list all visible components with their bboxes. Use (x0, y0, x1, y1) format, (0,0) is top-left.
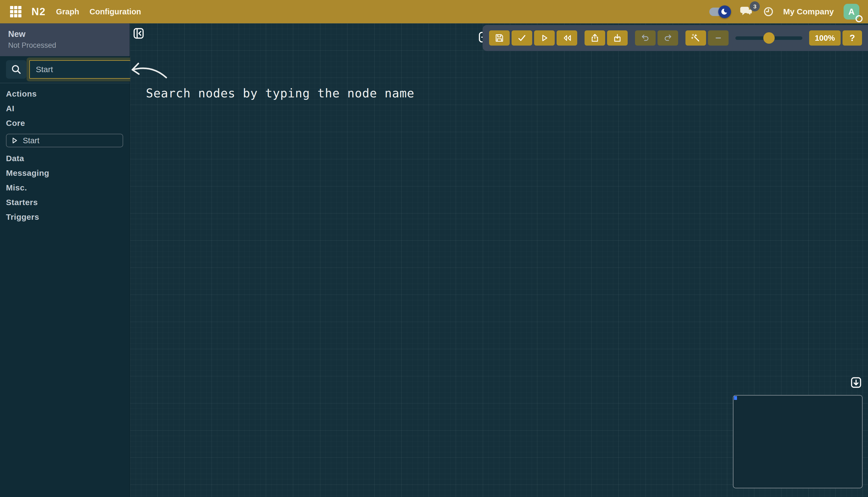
search-icon (11, 64, 22, 75)
collapse-sidebar-button[interactable] (133, 28, 144, 39)
help-button[interactable]: ? (842, 30, 862, 46)
run-button[interactable] (534, 30, 555, 46)
grid-icon (10, 5, 22, 18)
upload-icon (590, 33, 599, 43)
category-core[interactable]: Core (6, 119, 123, 127)
theme-toggle[interactable] (709, 8, 730, 16)
canvas-toolbar: 100% ? (482, 25, 868, 51)
play-icon (11, 137, 18, 144)
top-bar: N2 Graph Configuration 3 My Company A (0, 0, 868, 23)
rewind-icon (562, 33, 572, 43)
minus-icon (714, 33, 723, 43)
node-search-row (0, 56, 130, 83)
check-icon (517, 33, 526, 43)
fit-view-button[interactable] (851, 377, 861, 388)
status-ring-icon (855, 15, 863, 22)
category-triggers[interactable]: Triggers (6, 213, 123, 221)
redo-icon (663, 33, 672, 43)
category-data[interactable]: Data (6, 154, 123, 162)
category-starters[interactable]: Starters (6, 198, 123, 207)
node-palette-sidebar: New Not Processed Actions AI Core Start (0, 23, 130, 497)
validate-button[interactable] (511, 30, 532, 46)
auto-layout-button[interactable] (685, 30, 706, 46)
menu-configuration[interactable]: Configuration (89, 7, 141, 16)
app-grid-menu-button[interactable] (9, 5, 23, 19)
avatar-letter: A (848, 7, 854, 17)
company-menu[interactable]: My Company (783, 7, 834, 16)
search-icon-box (6, 60, 27, 79)
graph-canvas[interactable]: 100% ? Search nodes by typing the node n… (130, 23, 868, 497)
import-button[interactable] (607, 30, 628, 46)
moon-icon (721, 7, 729, 16)
dark-mode-knob[interactable] (718, 5, 731, 18)
zoom-slider-thumb[interactable] (763, 32, 775, 44)
magic-wand-icon (691, 33, 700, 43)
play-icon (540, 33, 549, 43)
clock-icon[interactable] (764, 7, 773, 16)
category-ai[interactable]: AI (6, 104, 123, 113)
category-messaging[interactable]: Messaging (6, 169, 123, 177)
save-button[interactable] (489, 30, 510, 46)
node-item-label: Start (23, 136, 39, 145)
menu-graph[interactable]: Graph (56, 7, 79, 16)
minimap-viewport (734, 396, 737, 400)
category-list: Actions AI Core Start Data Messaging Mis… (0, 83, 130, 228)
zoom-out-button[interactable] (708, 30, 728, 46)
category-actions[interactable]: Actions (6, 90, 123, 98)
zoom-level-button[interactable]: 100% (809, 30, 841, 46)
node-search-input[interactable] (29, 60, 147, 79)
topbar-right-cluster: 3 My Company A (709, 4, 859, 19)
chat-button[interactable]: 3 (740, 6, 754, 18)
user-avatar[interactable]: A (843, 4, 859, 19)
zoom-slider[interactable] (735, 36, 802, 40)
redo-button[interactable] (657, 30, 678, 46)
panel-collapse-left-icon (133, 28, 144, 39)
chat-badge: 3 (750, 1, 760, 11)
node-item-start[interactable]: Start (6, 134, 123, 147)
export-button[interactable] (584, 30, 605, 46)
arrow-down-icon (851, 377, 861, 388)
workflow-title: New (8, 29, 121, 39)
search-hint-text: Search nodes by typing the node name (146, 86, 415, 100)
undo-button[interactable] (635, 30, 656, 46)
app-logo: N2 (31, 6, 46, 18)
rewind-button[interactable] (556, 30, 577, 46)
minimap[interactable] (733, 395, 863, 488)
category-misc[interactable]: Misc. (6, 184, 123, 192)
save-icon (495, 33, 504, 43)
workflow-status: Not Processed (8, 41, 121, 49)
undo-icon (641, 33, 650, 43)
download-icon (613, 33, 622, 43)
workflow-header: New Not Processed (0, 23, 130, 56)
